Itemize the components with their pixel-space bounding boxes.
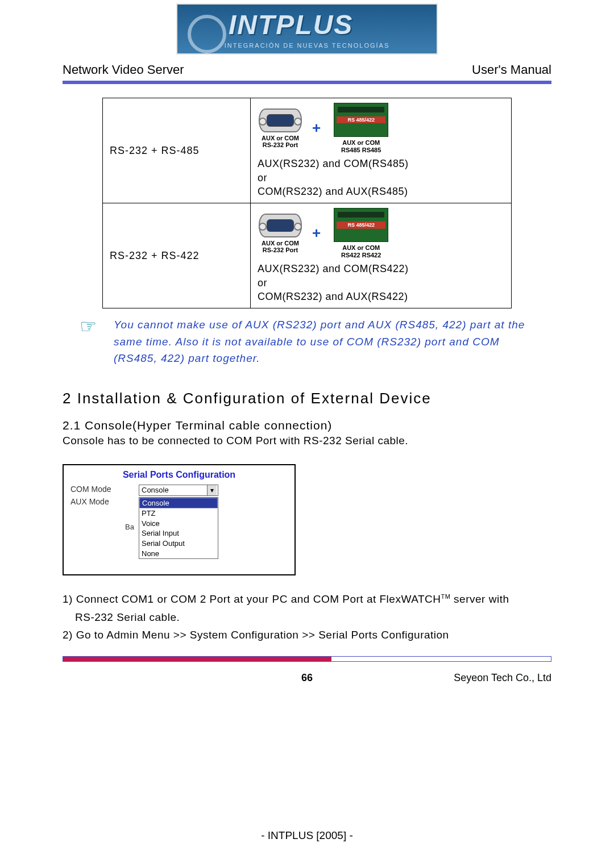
doc-title-right: User's Manual: [472, 62, 551, 77]
terminal-caption: AUX or COM RS422 RS422: [330, 244, 392, 258]
terminal-block-icon: RS 485/422 AUX or COM RS485 RS485: [330, 103, 392, 153]
serial-port-icon: AUX or COM RS-232 Port: [258, 108, 303, 148]
pointing-hand-icon: ☞: [80, 316, 97, 336]
company-name: Seyeon Tech Co., Ltd: [454, 672, 551, 684]
instruction-list: 1) Connect COM1 or COM 2 Port at your PC…: [63, 590, 551, 644]
terminal-caption: AUX or COM RS485 RS485: [330, 139, 392, 153]
warning-text: You cannot make use of AUX (RS232) port …: [80, 316, 534, 366]
list-item: 2) Go to Admin Menu >> System Configurat…: [63, 626, 551, 644]
dropdown-option[interactable]: None: [139, 549, 218, 559]
config-title: Serial Ports Configuration: [70, 470, 288, 480]
brand-name: INTPLUS: [229, 9, 353, 40]
section-heading: 2 Installation & Configuration of Extern…: [63, 390, 551, 407]
table-row: RS-232 + RS-485 AUX or COM RS-232 Port +…: [103, 98, 512, 203]
table-row: RS-232 + RS-422 AUX or COM RS-232 Port +…: [103, 203, 512, 308]
subsection-heading: 2.1 Console(Hyper Terminal cable connect…: [63, 419, 551, 432]
serial-port-caption: AUX or COM RS-232 Port: [258, 135, 303, 148]
serial-port-icon: AUX or COM RS-232 Port: [258, 214, 303, 253]
conn-description: AUX(RS232) and COM(RS485) or COM(RS232) …: [258, 157, 504, 198]
footer-stamp: - INTPLUS [2005] -: [0, 829, 614, 842]
serial-ports-config-screenshot: Serial Ports Configuration COM Mode Cons…: [63, 464, 296, 576]
brand-logo: INTPLUS INTEGRACIÓN DE NUEVAS TECNOLOGÍA…: [63, 0, 551, 60]
com-mode-select[interactable]: Console: [139, 485, 218, 496]
aux-mode-dropdown-open[interactable]: Console PTZ Voice Serial Input Serial Ou…: [139, 497, 218, 560]
section-intro: Console has to be connected to COM Port …: [63, 435, 551, 447]
dropdown-option[interactable]: Voice: [139, 519, 218, 529]
dropdown-option[interactable]: Serial Output: [139, 539, 218, 549]
conn-description: AUX(RS232) and COM(RS422) or COM(RS232) …: [258, 262, 504, 303]
back-button-fragment: Ba: [125, 523, 140, 531]
warning-note: ☞ You cannot make use of AUX (RS232) por…: [80, 316, 534, 366]
plus-icon: +: [309, 224, 324, 242]
terminal-block-icon: RS 485/422 AUX or COM RS422 RS422: [330, 208, 392, 258]
dropdown-option[interactable]: Console: [139, 498, 218, 509]
brand-tagline: INTEGRACIÓN DE NUEVAS TECNOLOGÍAS: [177, 42, 437, 49]
conn-mode-label: RS-232 + RS-485: [103, 98, 251, 203]
connection-table: RS-232 + RS-485 AUX or COM RS-232 Port +…: [102, 98, 512, 308]
header-rule: [63, 81, 551, 84]
aux-mode-label: AUX Mode: [70, 497, 139, 506]
doc-title-left: Network Video Server: [63, 62, 184, 77]
serial-port-caption: AUX or COM RS-232 Port: [258, 240, 303, 253]
list-item: 1) Connect COM1 or COM 2 Port at your PC…: [63, 590, 551, 626]
dropdown-option[interactable]: Serial Input: [139, 528, 218, 539]
footer-rule: [63, 656, 551, 662]
dropdown-option[interactable]: PTZ: [139, 508, 218, 519]
conn-mode-label: RS-232 + RS-422: [103, 203, 251, 308]
com-mode-label: COM Mode: [70, 485, 139, 494]
plus-icon: +: [309, 119, 324, 137]
